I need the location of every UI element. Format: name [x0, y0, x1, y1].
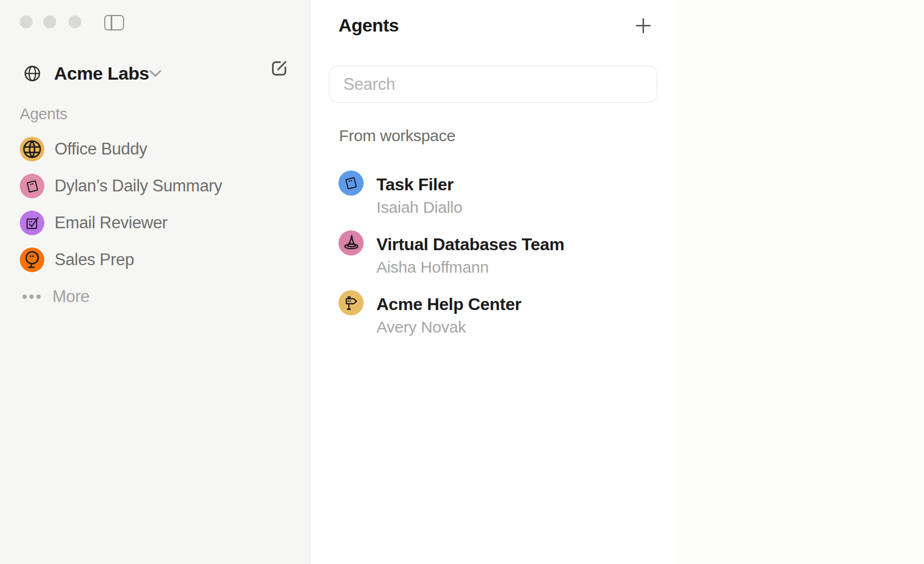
panel-section-label: From workspace [339, 127, 456, 145]
sidebar-item-label: Email Reviewer [55, 206, 167, 239]
agent-avatar [338, 290, 364, 315]
workspace-switcher[interactable]: Acme Labs [0, 60, 310, 87]
agent-owner: Aisha Hoffmann [376, 258, 489, 276]
agent-name: Acme Help Center [376, 295, 521, 314]
agents-panel: Agents From workspace Task Filer Isaiah … [311, 0, 676, 564]
panel-title: Agents [338, 15, 399, 36]
compose-icon[interactable] [269, 58, 289, 79]
agent-list-item-task-filer[interactable]: Task Filer Isaiah Diallo [311, 162, 676, 213]
add-agent-button[interactable] [635, 17, 652, 34]
agent-list-item-virtual-databases-team[interactable]: Virtual Databases Team Aisha Hoffmann [311, 222, 676, 273]
sidebar: Acme Labs Agents Office Buddy Dylan’s Da… [0, 0, 310, 564]
more-label: More [52, 282, 89, 312]
sidebar-item-label: Sales Prep [55, 243, 134, 276]
sidebar-item-office-buddy[interactable]: Office Buddy [0, 133, 310, 166]
agent-owner: Isaiah Diallo [376, 198, 463, 217]
window-zoom-button[interactable] [68, 16, 81, 28]
sidebar-item-dylans-daily-summary[interactable]: Dylan’s Daily Summary [0, 169, 310, 203]
agent-avatar [20, 248, 44, 272]
sidebar-item-email-reviewer[interactable]: Email Reviewer [0, 206, 310, 239]
agent-name: Virtual Databases Team [376, 235, 565, 254]
sidebar-toggle-icon[interactable] [104, 15, 124, 30]
main-content-area [676, 0, 924, 564]
agent-list-item-acme-help-center[interactable]: Acme Help Center Avery Novak [311, 282, 676, 333]
window-close-button[interactable] [20, 16, 33, 28]
globe-icon [22, 64, 42, 83]
agent-name: Task Filer [376, 175, 453, 195]
agent-avatar [338, 230, 364, 256]
sidebar-item-more[interactable]: More [0, 282, 310, 312]
search-input[interactable] [329, 66, 657, 103]
sidebar-item-label: Office Buddy [55, 133, 147, 166]
agent-avatar [20, 137, 44, 161]
workspace-name: Acme Labs [54, 60, 149, 87]
agent-owner: Avery Novak [376, 318, 466, 336]
ellipsis-icon [22, 295, 41, 299]
sidebar-section-label: Agents [20, 105, 67, 123]
sidebar-item-label: Dylan’s Daily Summary [55, 169, 222, 203]
agent-avatar [20, 211, 44, 235]
sidebar-item-sales-prep[interactable]: Sales Prep [0, 243, 310, 276]
agent-avatar [20, 174, 44, 198]
agent-avatar [338, 171, 364, 196]
window-minimize-button[interactable] [43, 16, 56, 28]
chevron-down-icon [149, 69, 162, 79]
